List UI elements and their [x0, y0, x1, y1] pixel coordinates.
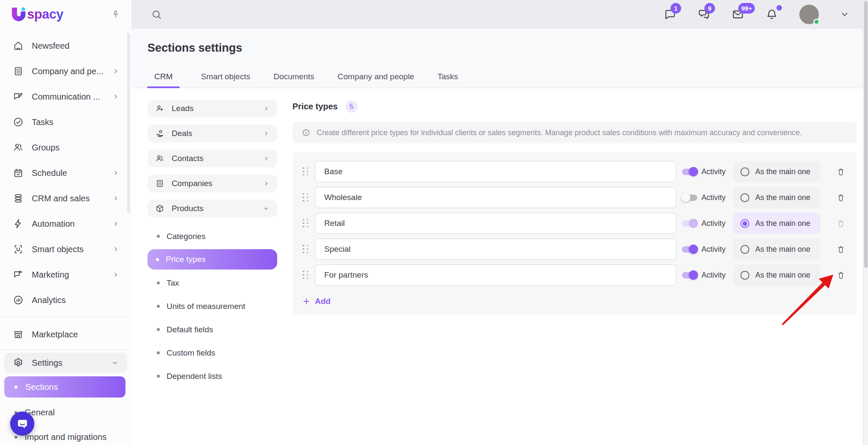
smart-brackets-icon [13, 244, 24, 255]
activity-toggle[interactable] [682, 246, 697, 253]
sidebar-item-marketplace[interactable]: Marketplace [0, 322, 131, 347]
radio-icon [740, 271, 749, 280]
crm-subsection-label: Dependent lists [167, 372, 222, 381]
price-types-panel: Price types 5 Create different price typ… [292, 100, 856, 314]
crm-subsection-dependent-lists[interactable]: Dependent lists [147, 364, 277, 388]
crm-subsection-label: Tax [167, 278, 179, 288]
crm-subsection-default-fields[interactable]: Default fields [147, 318, 277, 341]
radio-icon [740, 167, 749, 176]
sidebar-item-settings[interactable]: Settings [4, 353, 127, 373]
drag-handle-icon[interactable] [303, 245, 309, 254]
price-type-name-input[interactable] [315, 161, 676, 182]
main-radio[interactable]: As the main one [733, 239, 821, 260]
main-radio[interactable]: As the main one [733, 161, 821, 182]
drag-handle-icon[interactable] [303, 219, 309, 228]
main-radio[interactable]: As the main one [733, 187, 821, 208]
search-icon[interactable] [151, 9, 162, 20]
tab-tasks[interactable]: Tasks [435, 72, 460, 88]
info-banner: Create different price types for individ… [292, 122, 856, 143]
drag-handle-icon[interactable] [303, 271, 309, 280]
chevron-down-icon [263, 205, 270, 212]
main-radio[interactable]: As the main one [733, 264, 821, 286]
main-radio[interactable]: As the main one [733, 213, 821, 234]
crm-section-label: Products [172, 204, 203, 213]
sidebar-item-marketing[interactable]: Marketing [0, 262, 131, 287]
tab-company-and-people[interactable]: Company and people [336, 72, 417, 88]
drag-handle-icon[interactable] [303, 193, 309, 202]
sidebar-item-analytics[interactable]: Analytics [0, 287, 131, 313]
sidebar-item-newsfeed[interactable]: Newsfeed [0, 33, 131, 58]
sidebar-item-company-and-pe[interactable]: Company and pe... [0, 58, 131, 84]
uspacy-logo[interactable]: spacy [9, 5, 63, 24]
crm-section-products[interactable]: Products [147, 200, 277, 217]
crm-subsection-units-of-measurement[interactable]: Units of measurement [147, 295, 277, 318]
crm-section-contacts[interactable]: Contacts [147, 150, 277, 167]
add-price-type-button[interactable]: Add [303, 297, 331, 306]
mail-icon[interactable]: 99+ [732, 8, 744, 21]
sidebar-item-label: Settings [32, 358, 103, 368]
trash-icon[interactable] [836, 244, 846, 254]
price-type-row-special: ActivityAs the main one [303, 239, 846, 260]
price-type-name-input[interactable] [315, 187, 676, 208]
bullet-dot [157, 305, 160, 308]
crm-section-companies[interactable]: Companies [147, 175, 277, 192]
info-icon [302, 128, 310, 137]
price-type-name-input[interactable] [315, 264, 676, 286]
pin-sidebar-icon[interactable] [111, 10, 120, 19]
activity-toggle-zone: Activity [682, 193, 728, 202]
building-icon [155, 179, 164, 188]
megaphone-icon [13, 269, 24, 280]
radio-icon [740, 219, 749, 228]
activity-toggle [682, 220, 697, 227]
sidebar-item-groups[interactable]: Groups [0, 135, 131, 160]
sidebar-item-schedule[interactable]: Schedule [0, 160, 131, 186]
radio-icon [740, 193, 749, 202]
trash-icon[interactable] [836, 270, 846, 280]
crm-subsection-tax[interactable]: Tax [147, 271, 277, 295]
activity-toggle[interactable] [682, 195, 697, 201]
bell-icon[interactable] [765, 8, 778, 21]
activity-label: Activity [701, 271, 726, 280]
group-chat-icon[interactable]: 9 [698, 8, 710, 21]
drag-handle-icon[interactable] [303, 167, 309, 176]
tab-crm[interactable]: CRM [147, 72, 180, 88]
sidebar-item-communication[interactable]: Communication ... [0, 84, 131, 109]
sidebar-item-crm-and-sales[interactable]: CRM and sales [0, 186, 131, 211]
crm-section-deals[interactable]: Deals [147, 125, 277, 142]
sidebar-item-smart-objects[interactable]: Smart objects [0, 236, 131, 262]
sidebar-item-automation[interactable]: Automation [0, 211, 131, 236]
activity-toggle[interactable] [682, 169, 697, 175]
price-type-name-input[interactable] [315, 239, 676, 260]
users-icon [155, 154, 164, 163]
panel-title: Price types [292, 102, 338, 111]
crm-subsection-categories[interactable]: Categories [147, 225, 277, 248]
plus-icon [303, 298, 310, 305]
chevron-right-icon [112, 93, 120, 100]
sidebar-nav: NewsfeedCompany and pe...Communication .… [0, 29, 131, 445]
sidebar-item-sections[interactable]: Sections [4, 376, 125, 398]
intercom-launcher[interactable] [10, 412, 34, 436]
crm-subsection-price-types[interactable]: Price types [147, 249, 277, 270]
sidebar-item-label: Groups [32, 143, 120, 153]
price-type-row-for-partners: ActivityAs the main one [303, 264, 846, 286]
price-type-row-wholesale: ActivityAs the main one [303, 187, 846, 208]
avatar[interactable] [799, 5, 819, 24]
chevron-right-icon [263, 155, 270, 162]
price-type-name-input[interactable] [315, 213, 676, 234]
crm-section-leads[interactable]: Leads [147, 100, 277, 117]
crm-subsection-custom-fields[interactable]: Custom fields [147, 341, 277, 364]
sidebar-scrollbar[interactable] [127, 33, 130, 213]
chat-icon[interactable]: 1 [664, 8, 676, 21]
chevron-down-icon[interactable] [840, 10, 849, 19]
sidebar-item-tasks[interactable]: Tasks [0, 109, 131, 135]
activity-label: Activity [701, 245, 726, 254]
tab-documents[interactable]: Documents [271, 72, 316, 88]
window-scrollbar-thumb[interactable] [864, 1, 868, 268]
trash-icon[interactable] [836, 167, 846, 177]
mail-badge: 99+ [738, 3, 755, 14]
tab-smart-objects[interactable]: Smart objects [199, 72, 252, 88]
chevron-right-icon [112, 220, 120, 228]
window-scrollbar[interactable] [863, 0, 868, 445]
trash-icon[interactable] [836, 192, 846, 203]
activity-toggle[interactable] [682, 272, 697, 278]
